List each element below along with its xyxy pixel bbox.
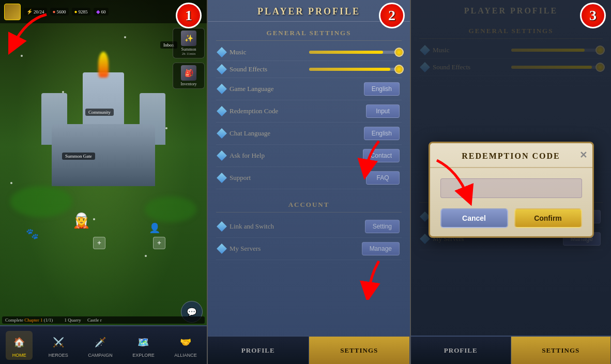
gem-value: 60 <box>101 9 106 14</box>
music-slider-track <box>309 51 400 54</box>
explore-label: EXPLORE <box>132 353 155 358</box>
quarry-info: 1 Quarry <box>65 317 81 323</box>
terrain-right <box>145 196 196 222</box>
level-value: 20/24 <box>34 9 44 14</box>
sfx-slider-track <box>309 68 400 71</box>
alliance-icon: 🤝 <box>176 333 195 352</box>
panel-redemption-modal: PLAYER PROFILE GENERAL SETTINGS Music <box>410 0 611 364</box>
bottom-nav-panel1: 🏠 HOME ⚔️ HEROES 🗡️ CAMPAIGN 🗺️ EXPLORE … <box>0 325 207 364</box>
gold-value: 9285 <box>79 9 88 14</box>
modal-title: REDEMPTION CODE <box>451 151 572 161</box>
sfx-slider[interactable] <box>309 68 400 71</box>
quest-text: Complete <box>5 317 24 323</box>
food-stat: ● 5600 <box>50 8 69 16</box>
inventory-btn[interactable]: 🎒 Inventory <box>173 63 205 89</box>
summon-btn[interactable]: ✨ Summon 2h 11min <box>173 28 205 58</box>
add-btn-2[interactable]: + <box>153 237 165 249</box>
nav-campaign[interactable]: 🗡️ CAMPAIGN <box>84 331 116 360</box>
modal-header: REDEMPTION CODE ✕ <box>430 143 592 168</box>
community-label: Community <box>85 109 114 116</box>
inventory-icon: 🎒 <box>181 65 196 81</box>
nav-alliance[interactable]: 🤝 ALLIANCE <box>170 331 201 360</box>
level-stat: ⚡ 20/24 <box>24 8 47 16</box>
npc-sprite: 👤 <box>149 222 160 234</box>
summon-time: 2h 11min <box>175 52 202 56</box>
redemption-modal: REDEMPTION CODE ✕ Cancel Confirm <box>429 142 594 238</box>
step-number-2: 2 <box>379 3 405 28</box>
gem-stat: ◆ 60 <box>94 8 109 16</box>
terrain-left <box>10 186 72 217</box>
panel-game-map: ⚡ 20/24 ● 5600 ● 9285 ◆ 60 🏰 Castle Com <box>0 0 207 364</box>
home-icon: 🏠 <box>10 333 28 352</box>
gold-stat: ● 9285 <box>72 8 90 16</box>
nav-heroes[interactable]: ⚔️ HEROES <box>44 331 72 360</box>
redemption-code-input[interactable] <box>440 178 582 198</box>
quest-count: (1/1) <box>44 317 53 323</box>
heroes-icon: ⚔️ <box>49 333 68 352</box>
panel2-bg <box>208 0 410 364</box>
summon-gate-label: Summon Gate <box>62 153 95 160</box>
modal-overlay: REDEMPTION CODE ✕ Cancel Confirm <box>411 0 611 364</box>
flame-effect <box>98 52 109 78</box>
modal-buttons: Cancel Confirm <box>440 208 582 228</box>
explore-icon: 🗺️ <box>134 333 152 352</box>
modal-close-button[interactable]: ✕ <box>579 149 587 161</box>
quest-highlight: Chapter 1 <box>24 317 42 323</box>
nav-home[interactable]: 🏠 HOME <box>6 331 33 360</box>
step-number-1: 1 <box>176 3 202 28</box>
inventory-label: Inventory <box>175 82 202 86</box>
music-slider[interactable] <box>309 51 400 54</box>
panel-player-profile: 2 PLAYER PROFILE ✕ GENERAL SETTINGS Musi… <box>207 0 410 364</box>
pet-sprite: 🐾 <box>26 228 39 240</box>
add-btn-1[interactable]: + <box>93 237 105 249</box>
sfx-slider-thumb <box>394 65 404 74</box>
nav-explore[interactable]: 🗺️ EXPLORE <box>128 331 159 360</box>
modal-body: Cancel Confirm <box>430 168 592 236</box>
campaign-label: CAMPAIGN <box>88 353 112 358</box>
step-number-3: 3 <box>580 3 606 28</box>
tab-profile[interactable]: Profile <box>208 337 309 364</box>
alliance-label: ALLIANCE <box>174 353 197 358</box>
home-label: HOME <box>12 353 26 358</box>
food-value: 5600 <box>57 9 66 14</box>
castle-info: Castle r <box>87 317 102 323</box>
cancel-button[interactable]: Cancel <box>440 208 508 228</box>
summon-icon: ✨ <box>181 31 196 46</box>
tab-settings[interactable]: Settings <box>309 337 410 364</box>
bottom-nav-panel2: Profile Settings <box>208 336 410 364</box>
quest-bar: Complete Chapter 1 (1/1) 1 Quarry Castle… <box>2 316 205 324</box>
confirm-button[interactable]: Confirm <box>514 208 582 228</box>
music-slider-thumb <box>394 48 404 57</box>
avatar[interactable] <box>4 4 21 20</box>
hero-sprite: 🧝 <box>72 212 90 229</box>
campaign-icon: 🗡️ <box>91 333 110 352</box>
sfx-slider-fill <box>309 68 391 71</box>
heroes-label: HEROES <box>49 353 68 358</box>
right-sidebar: ✨ Summon 2h 11min 🎒 Inventory <box>171 26 207 91</box>
music-slider-fill <box>309 51 384 54</box>
summon-label: Summon <box>175 47 202 52</box>
